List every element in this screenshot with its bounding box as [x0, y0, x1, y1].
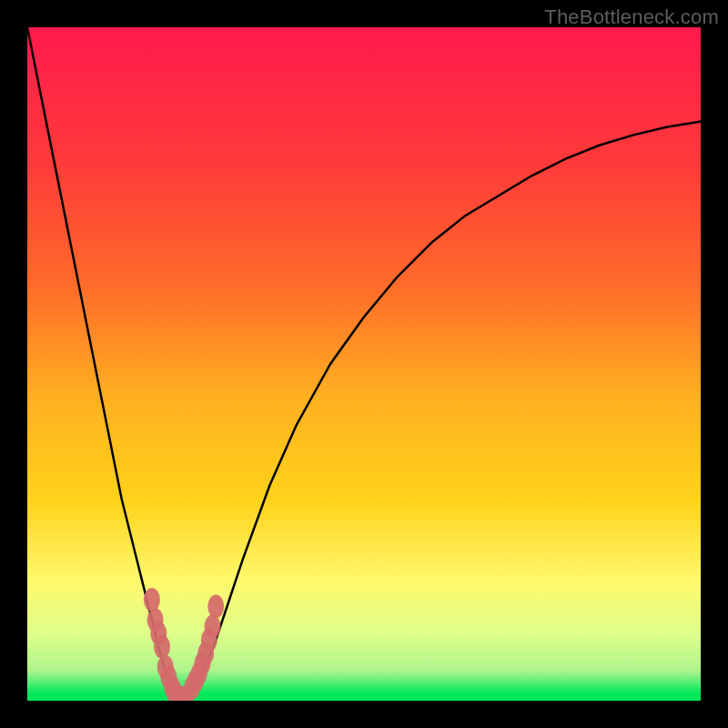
plot-area	[27, 27, 701, 701]
sample-point	[144, 588, 160, 612]
sample-point	[154, 635, 170, 659]
gradient-background	[27, 27, 701, 701]
bottleneck-chart-svg	[27, 27, 701, 701]
watermark-text: TheBottleneck.com	[544, 5, 719, 29]
chart-container: TheBottleneck.com	[0, 0, 728, 728]
sample-point	[205, 615, 221, 639]
sample-point	[207, 594, 224, 618]
